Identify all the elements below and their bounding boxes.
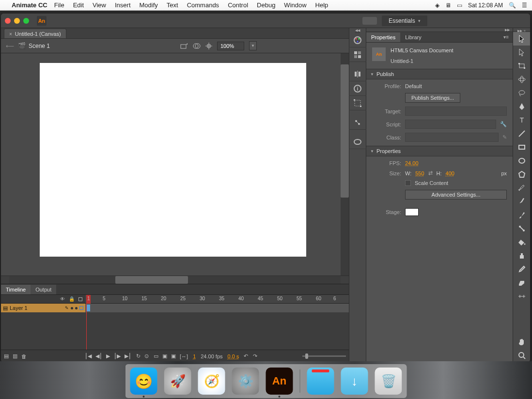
loop-icon[interactable]: ↻ xyxy=(136,353,141,359)
brush-tool[interactable] xyxy=(513,195,531,208)
scene-name[interactable]: Scene 1 xyxy=(29,43,50,49)
redo-icon[interactable]: ↷ xyxy=(253,353,257,359)
tab-timeline[interactable]: Timeline xyxy=(1,285,31,294)
fps-value[interactable]: 24.00 xyxy=(405,160,419,166)
stage-color-swatch[interactable] xyxy=(405,208,419,216)
panel-expand-handle[interactable]: ◀◀ xyxy=(355,28,360,33)
tab-properties[interactable]: Properties xyxy=(366,32,400,42)
dock-safari[interactable]: 🧭 xyxy=(198,368,225,395)
menu-file[interactable]: File xyxy=(54,1,64,9)
scale-content-checkbox[interactable] xyxy=(405,180,411,186)
panel-menu-icon[interactable]: ▾≡ xyxy=(500,34,513,40)
selection-tool[interactable] xyxy=(513,32,531,46)
text-tool[interactable]: T xyxy=(513,113,531,127)
advanced-settings-button[interactable]: Advanced Settings... xyxy=(405,190,507,200)
hand-tool[interactable] xyxy=(513,335,531,349)
app-name[interactable]: Animate CC xyxy=(12,1,47,9)
onion-skin-icon[interactable]: ▣ xyxy=(162,353,167,359)
history-panel-icon[interactable] xyxy=(349,115,366,130)
edit-multi-icon[interactable]: [↔] xyxy=(180,353,188,359)
ink-bottle-tool[interactable] xyxy=(513,249,531,262)
pen-tool[interactable] xyxy=(513,100,531,113)
menu-view[interactable]: View xyxy=(93,1,106,9)
publish-settings-button[interactable]: Publish Settings... xyxy=(405,93,460,103)
onion-icon[interactable]: ⊙ xyxy=(144,353,149,359)
close-button[interactable] xyxy=(5,18,11,24)
visibility-icon[interactable]: 👁 xyxy=(60,296,65,302)
pencil-tool[interactable] xyxy=(513,181,531,195)
frames-row[interactable] xyxy=(85,304,349,312)
panel-expand-handle[interactable]: ▶▶ xyxy=(366,28,513,32)
menu-window[interactable]: Window xyxy=(284,1,306,9)
transform-panel-icon[interactable] xyxy=(349,96,366,110)
dock-animate[interactable]: An xyxy=(266,368,293,395)
play-icon[interactable]: ▶ xyxy=(106,353,110,359)
dock-downloads[interactable]: ↓ xyxy=(341,368,368,395)
height-value[interactable]: 400 xyxy=(446,170,454,176)
tools-handle[interactable]: ▶▶ ≡ xyxy=(513,28,530,32)
step-fwd-icon[interactable]: ⎮▶ xyxy=(114,353,121,359)
menu-debug[interactable]: Debug xyxy=(257,1,275,9)
dock-trash[interactable]: 🗑️ xyxy=(375,368,402,395)
tray-icon[interactable]: ◈ xyxy=(435,2,439,9)
workspace-switcher[interactable]: Essentials xyxy=(382,15,427,26)
clock[interactable]: Sat 12:08 AM xyxy=(468,2,503,9)
info-panel-icon[interactable]: i xyxy=(349,81,366,96)
layer-lock-dot[interactable] xyxy=(75,307,78,309)
dock-finder[interactable]: 😊 xyxy=(130,368,157,395)
minimize-button[interactable] xyxy=(14,18,20,24)
section-properties[interactable]: Properties xyxy=(366,146,513,156)
edit-symbols-icon[interactable] xyxy=(193,43,201,49)
layer-row[interactable]: ▤ Layer 1 ✎ xyxy=(1,304,85,312)
horizontal-scrollbar[interactable] xyxy=(1,276,349,284)
zoom-button[interactable] xyxy=(23,18,29,24)
eyedropper-tool[interactable] xyxy=(513,262,531,276)
swatches-panel-icon[interactable] xyxy=(349,47,366,62)
stage-area[interactable] xyxy=(1,53,349,284)
paintbrush-tool[interactable] xyxy=(513,208,531,222)
document-tab[interactable]: × Untitled-1 (Canvas) xyxy=(4,29,66,38)
lasso-tool[interactable] xyxy=(513,86,531,100)
dock-launchpad[interactable]: 🚀 xyxy=(164,368,191,395)
last-frame-icon[interactable]: ▶⎮ xyxy=(125,353,131,359)
first-frame-icon[interactable]: ⎮◀ xyxy=(85,353,92,359)
display-icon[interactable]: 🖥 xyxy=(445,2,451,9)
battery-icon[interactable]: ▭ xyxy=(457,2,462,9)
edit-scene-icon[interactable] xyxy=(180,43,188,49)
step-back-icon[interactable]: ◀⎮ xyxy=(95,353,102,359)
polystar-tool[interactable] xyxy=(513,168,531,181)
color-panel-icon[interactable] xyxy=(349,33,366,47)
zoom-dropdown[interactable]: ▼ xyxy=(249,41,257,50)
new-layer-icon[interactable]: ▤ xyxy=(4,353,9,359)
tab-output[interactable]: Output xyxy=(31,285,56,294)
bone-tool[interactable] xyxy=(513,222,531,235)
section-publish[interactable]: Publish xyxy=(366,69,513,79)
keyframe[interactable] xyxy=(86,305,90,311)
dock-folder[interactable] xyxy=(307,368,334,395)
notification-icon[interactable]: ☰ xyxy=(522,2,527,9)
undo-icon[interactable]: ↶ xyxy=(244,353,248,359)
dock-system-preferences[interactable]: ⚙️ xyxy=(232,368,259,395)
center-stage-icon[interactable] xyxy=(205,43,212,49)
zoom-tool[interactable] xyxy=(513,349,531,362)
eraser-tool[interactable] xyxy=(513,276,531,290)
delete-layer-icon[interactable]: 🗑 xyxy=(21,353,27,359)
menu-help[interactable]: Help xyxy=(315,1,329,9)
3d-rotation-tool[interactable] xyxy=(513,73,531,86)
cc-libraries-icon[interactable] xyxy=(349,135,366,149)
paint-bucket-tool[interactable] xyxy=(513,235,531,249)
new-folder-icon[interactable]: ▥ xyxy=(13,353,17,359)
center-frame-icon[interactable]: ▭ xyxy=(154,353,158,359)
layer-visiblity-dot[interactable] xyxy=(71,307,73,309)
vertical-scrollbar[interactable] xyxy=(341,53,349,276)
zoom-slider[interactable] xyxy=(302,355,346,357)
frame-ruler[interactable]: 1 5 10 15 20 25 30 35 40 45 50 55 60 6 xyxy=(85,295,349,303)
menu-commands[interactable]: Commands xyxy=(187,1,219,9)
onion-outline-icon[interactable]: ▣ xyxy=(171,353,176,359)
zoom-input[interactable] xyxy=(217,42,244,50)
menu-control[interactable]: Control xyxy=(228,1,248,9)
close-tab-icon[interactable]: × xyxy=(9,31,12,37)
subselection-tool[interactable] xyxy=(513,46,531,59)
outline-icon[interactable] xyxy=(78,297,82,301)
width-tool[interactable] xyxy=(513,290,531,303)
